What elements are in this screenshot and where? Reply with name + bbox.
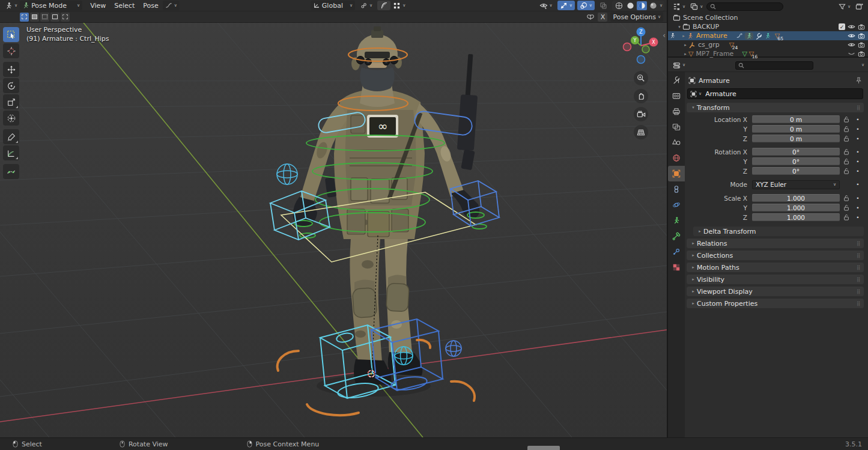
panel-visibility[interactable]: ▸ Visibility ⣿ [687, 275, 864, 284]
tool-select-box[interactable] [3, 27, 19, 42]
panel-collections[interactable]: ▸ Collections ⣿ [687, 251, 864, 260]
outliner-search-input[interactable] [706, 2, 783, 11]
scale-y-input[interactable]: 1.000 [752, 204, 840, 212]
disclosure-triangle-icon[interactable]: ▾ [676, 25, 682, 29]
tool-scale[interactable] [3, 94, 19, 109]
tab-output[interactable] [668, 103, 685, 119]
tab-texture[interactable] [668, 260, 685, 275]
tab-view-layer[interactable] [668, 119, 685, 135]
properties-search-input[interactable] [735, 61, 813, 70]
tool-move[interactable] [3, 62, 19, 77]
panel-custom-properties[interactable]: ▸ Custom Properties ⣿ [687, 299, 864, 308]
outliner-row-cs-grp[interactable]: ▸ cs_grp ▽24 [668, 40, 868, 49]
gizmo-x-label[interactable]: X [652, 40, 655, 45]
tab-tool[interactable] [668, 72, 685, 88]
select-mode-intersect[interactable] [61, 13, 70, 22]
outliner-filter-button[interactable]: ∨ [837, 2, 852, 11]
hide-eye-icon[interactable] [848, 23, 855, 30]
outliner-row-armature[interactable]: ▸ Armature [668, 31, 868, 40]
animate-dot[interactable]: • [853, 126, 863, 132]
panel-relations[interactable]: ▸ Relations ⣿ [687, 239, 864, 248]
drag-dots-icon[interactable]: ⣿ [857, 105, 861, 111]
animate-dot[interactable]: • [853, 159, 863, 165]
chevron-down-icon[interactable]: ∨ [861, 63, 864, 67]
show-overlays-toggle[interactable]: ∨ [577, 1, 595, 10]
select-mode-set[interactable] [20, 13, 29, 22]
viewport-3d[interactable]: ∞ [0, 0, 667, 437]
hide-eye-icon[interactable] [848, 32, 855, 39]
gizmo-z-label[interactable]: Z [639, 29, 643, 35]
tab-scene[interactable] [668, 135, 685, 150]
xray-toggle[interactable] [597, 1, 610, 10]
lock-icon[interactable] [840, 204, 853, 211]
animate-dot[interactable]: • [853, 195, 863, 201]
outliner-row-scene-collection[interactable]: Scene Collection [668, 13, 868, 22]
lock-icon[interactable] [840, 168, 853, 174]
perspective-toggle-button[interactable] [634, 125, 648, 139]
drag-dots-icon[interactable]: ⣿ [857, 253, 861, 258]
tab-object-constraints[interactable] [668, 181, 685, 197]
menu-pose[interactable]: Pose [139, 1, 162, 10]
location-z-input[interactable]: 0 m [752, 135, 840, 143]
tab-object[interactable] [668, 166, 685, 181]
shading-rendered-button[interactable] [648, 1, 658, 10]
tab-bone-constraints[interactable] [668, 244, 685, 260]
tab-physics[interactable] [668, 197, 685, 213]
gizmo-neg-y[interactable] [642, 46, 649, 53]
panel-transform-header[interactable]: ▾ Transform ⣿ [687, 103, 864, 112]
sidebar-collapse-arrow[interactable]: ‹ [663, 31, 666, 40]
tool-rotate[interactable] [3, 78, 19, 93]
shading-material-button[interactable] [637, 1, 647, 10]
collection-checkbox[interactable]: ✓ [839, 23, 845, 30]
falloff-dropdown[interactable]: ∨ [163, 1, 180, 10]
tab-render[interactable] [668, 88, 685, 103]
lock-icon[interactable] [840, 158, 853, 165]
tool-annotate[interactable] [3, 129, 19, 144]
rotation-z-input[interactable]: 0° [752, 167, 840, 175]
animate-dot[interactable]: • [853, 205, 863, 211]
tool-transform[interactable] [3, 111, 19, 126]
lock-icon[interactable] [840, 148, 853, 155]
rig-ankle-target[interactable] [446, 341, 461, 356]
shading-solid-button[interactable] [625, 1, 636, 10]
lock-icon[interactable] [840, 135, 853, 142]
scale-z-input[interactable]: 1.000 [752, 213, 840, 222]
new-collection-button[interactable] [854, 2, 864, 11]
menu-select[interactable]: Select [110, 1, 139, 10]
pose-options-dropdown[interactable]: Pose Options ∨ [610, 12, 663, 22]
object-name-field[interactable]: ∨ Armature [687, 88, 863, 99]
lock-icon[interactable] [840, 195, 853, 201]
outliner-row-mp7-frame[interactable]: ▸ ▽ MP7_Frame ▽ ▽16 [668, 49, 868, 58]
select-mode-invert[interactable] [50, 13, 59, 22]
pan-view-button[interactable] [634, 89, 648, 103]
outliner-display-mode-button[interactable]: ∨ [689, 2, 704, 11]
breadcrumb-object-name[interactable]: Armature [699, 77, 730, 85]
mode-dropdown[interactable]: Pose Mode ∨ [20, 1, 82, 10]
disclosure-triangle-icon[interactable]: ▸ [682, 52, 688, 56]
animate-dot[interactable]: • [853, 181, 863, 187]
proportional-editing-toggle[interactable] [377, 1, 390, 10]
panel-delta-transform[interactable]: ▸ Delta Transform [693, 227, 864, 236]
scene-canvas[interactable]: ∞ [0, 0, 667, 437]
shading-wireframe-button[interactable] [614, 1, 624, 10]
hidden-eye-closed-icon[interactable] [848, 50, 855, 57]
gizmo-neg-x[interactable] [624, 43, 631, 51]
scale-x-input[interactable]: 1.000 [752, 194, 840, 202]
lock-icon[interactable] [840, 116, 853, 123]
camera-view-button[interactable] [634, 107, 648, 121]
select-mode-subtract[interactable] [40, 13, 49, 22]
navigation-gizmo[interactable]: Z Y X [620, 25, 662, 67]
menu-view[interactable]: View [86, 1, 110, 10]
select-mode-extend[interactable] [30, 13, 39, 22]
visibility-filter-dropdown[interactable]: ∨ [537, 1, 555, 10]
rotation-mode-dropdown[interactable]: XYZ Euler ∨ [752, 180, 840, 189]
tab-world[interactable] [668, 150, 685, 166]
disable-render-camera-icon[interactable] [858, 41, 865, 48]
rotation-x-input[interactable]: 0° [752, 148, 840, 156]
outliner-row-backup[interactable]: ▾ BACKUP ✓ [668, 22, 868, 31]
disable-render-camera-icon[interactable] [858, 23, 865, 30]
drag-dots-icon[interactable]: ⣿ [857, 265, 861, 270]
pin-icon[interactable] [855, 77, 862, 84]
drag-dots-icon[interactable]: ⣿ [857, 289, 861, 294]
disable-render-camera-icon[interactable] [858, 32, 865, 39]
